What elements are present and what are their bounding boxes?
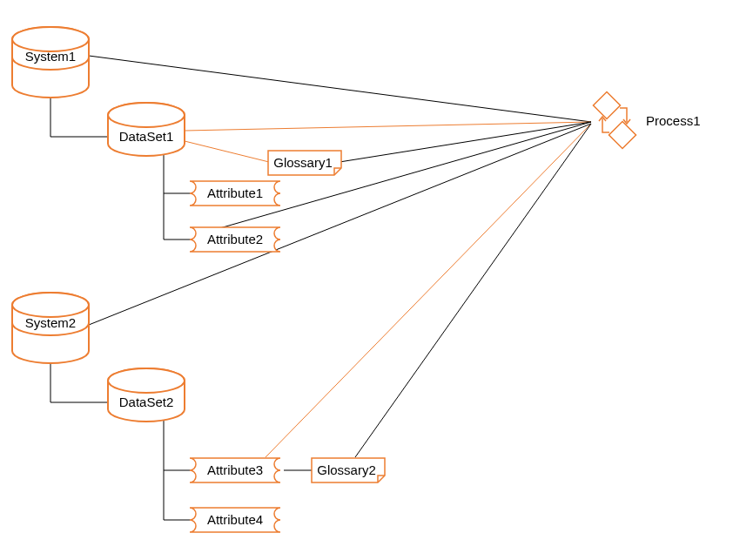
attribute3-node: Attribute3 — [190, 458, 280, 482]
dataset2-label: DataSet2 — [119, 395, 174, 409]
attribute4-node: Attribute4 — [190, 508, 280, 532]
dataset1-cylinder: DataSet1 — [108, 103, 185, 156]
attribute1-label: Attribute1 — [207, 186, 263, 200]
system1-cylinder: System1 — [12, 27, 89, 98]
attribute3-label: Attribute3 — [207, 462, 263, 477]
svg-rect-17 — [593, 91, 620, 118]
svg-point-16 — [108, 368, 185, 393]
svg-line-1 — [185, 122, 591, 131]
system2-label: System2 — [25, 315, 76, 330]
svg-point-10 — [12, 27, 89, 51]
attribute2-label: Attribute2 — [207, 232, 263, 246]
diagram-canvas: System1 DataSet1 Attribute1 Attribute2 G… — [0, 0, 733, 560]
svg-line-3 — [211, 122, 591, 231]
glossary2-label: Glossary2 — [317, 462, 376, 477]
dataset2-cylinder: DataSet2 — [108, 368, 185, 422]
glossary1-label: Glossary1 — [273, 155, 333, 170]
process1-node: Process1 — [593, 91, 700, 148]
svg-point-12 — [108, 103, 185, 127]
attribute4-label: Attribute4 — [207, 512, 263, 527]
system2-cylinder: System2 — [12, 293, 89, 363]
svg-line-7 — [185, 141, 269, 162]
svg-line-2 — [340, 122, 591, 162]
attribute1-node: Attribute1 — [190, 181, 280, 206]
dataset1-label: DataSet1 — [119, 129, 174, 144]
svg-rect-18 — [609, 121, 635, 148]
process1-label: Process1 — [646, 113, 701, 128]
svg-point-14 — [12, 293, 89, 317]
svg-line-6 — [355, 124, 591, 457]
attribute2-node: Attribute2 — [190, 227, 280, 252]
system1-label: System1 — [25, 49, 76, 64]
glossary1-node: Glossary1 — [268, 151, 341, 175]
glossary2-node: Glossary2 — [312, 458, 385, 482]
